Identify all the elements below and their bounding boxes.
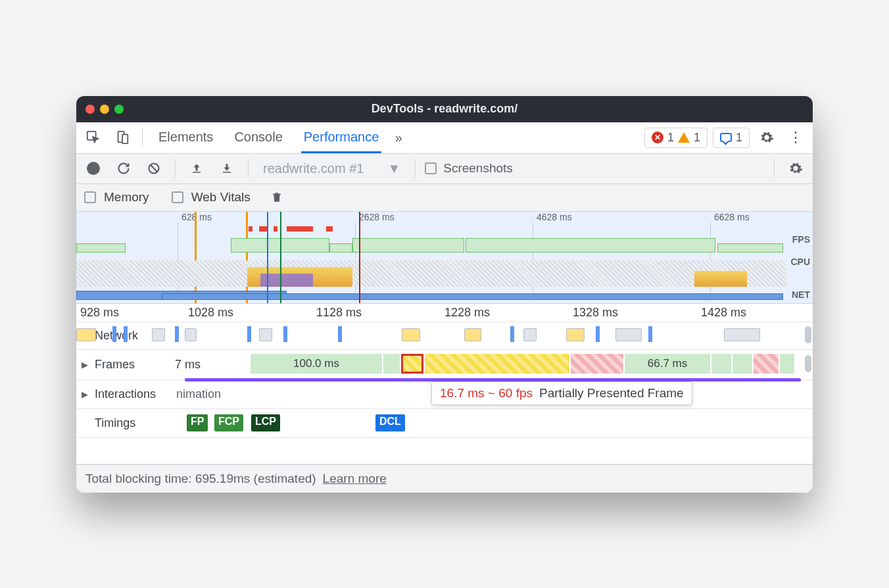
kebab-menu-icon[interactable]: ⋮	[784, 126, 807, 149]
frame-seg-green[interactable]: 66.7 ms	[625, 354, 710, 374]
capture-settings-icon[interactable]	[784, 157, 807, 180]
profile-select-value: readwrite.com #1	[263, 161, 364, 176]
main-tabbar: Elements Console Performance » ✕ 1 1 1 ⋮	[76, 122, 813, 154]
frame-seg-highlighted[interactable]	[401, 354, 423, 374]
performance-options: Memory Web Vitals	[76, 184, 813, 212]
svg-line-4	[151, 165, 157, 172]
tooltip-description: Partially Presented Frame	[539, 386, 684, 401]
timing-fcp[interactable]: FCP	[214, 414, 243, 431]
interactions-label: Interactions	[92, 387, 178, 401]
divider	[415, 159, 416, 178]
overview-tick: 2628 ms	[359, 212, 395, 222]
record-button[interactable]	[82, 157, 105, 180]
issues-counter[interactable]: 1	[713, 128, 750, 148]
ruler-tick: 1428 ms	[701, 306, 746, 320]
settings-icon[interactable]	[755, 126, 779, 149]
screenshots-checkbox[interactable]	[425, 162, 437, 174]
cpu-track-label: CPU	[790, 257, 810, 267]
frame-seg-yellow[interactable]	[425, 354, 569, 374]
frame-seg[interactable]	[711, 354, 731, 374]
screenshots-label: Screenshots	[443, 161, 513, 176]
timing-dcl[interactable]: DCL	[375, 414, 405, 431]
tab-performance[interactable]: Performance	[301, 123, 382, 153]
error-icon: ✕	[652, 132, 663, 143]
detail-ruler[interactable]: 928 ms 1028 ms 1128 ms 1228 ms 1328 ms 1…	[76, 304, 813, 322]
tab-console[interactable]: Console	[231, 123, 285, 153]
memory-label: Memory	[104, 190, 149, 205]
net-track-label: NET	[792, 289, 810, 300]
divider	[142, 128, 143, 147]
frame-seg[interactable]	[733, 354, 752, 374]
disclosure-icon[interactable]: ▶	[82, 389, 88, 399]
divider	[774, 159, 775, 178]
webvitals-label: Web Vitals	[191, 190, 251, 205]
save-profile-icon[interactable]	[215, 157, 239, 180]
scrollbar-thumb[interactable]	[805, 355, 811, 372]
ruler-tick: 1328 ms	[573, 306, 618, 320]
panel-tabs: Elements Console Performance	[156, 123, 381, 153]
issues-count: 1	[736, 131, 742, 145]
reload-record-button[interactable]	[112, 157, 135, 180]
profile-select[interactable]: readwrite.com #1 ▼	[258, 161, 406, 176]
performance-toolbar: readwrite.com #1 ▼ Screenshots	[76, 154, 813, 184]
overview-tick: 4628 ms	[537, 212, 572, 222]
clear-button[interactable]	[142, 157, 166, 180]
overview-tick: 6628 ms	[714, 212, 750, 222]
frame-tooltip: 16.7 ms ~ 60 fps Partially Presented Fra…	[431, 381, 692, 405]
divider	[175, 159, 176, 178]
frames-lane[interactable]: ▶ Frames 7 ms 100.0 ms 66.7 ms	[76, 350, 813, 380]
timings-lane[interactable]: ▶ Timings FP FCP LCP DCL	[76, 409, 813, 438]
error-warning-counter[interactable]: ✕ 1 1	[644, 128, 708, 148]
close-window-button[interactable]	[85, 105, 95, 114]
ruler-tick: 1228 ms	[445, 306, 490, 320]
gc-icon[interactable]	[265, 185, 289, 209]
footer-stats: Total blocking time: 695.19ms (estimated…	[76, 464, 813, 493]
ruler-tick: 1128 ms	[316, 306, 362, 320]
timing-lcp[interactable]: LCP	[251, 414, 280, 431]
titlebar[interactable]: DevTools - readwrite.com/	[76, 96, 813, 122]
chevron-down-icon: ▼	[387, 161, 400, 176]
animation-text: nimation	[176, 387, 221, 401]
overview-timeline[interactable]: 628 ms 2628 ms 4628 ms 6628 ms FPS CPU N…	[76, 212, 813, 304]
frame-seg-red[interactable]	[754, 354, 779, 374]
frame-seg[interactable]	[383, 354, 400, 374]
tooltip-metric: 16.7 ms ~ 60 fps	[440, 386, 533, 401]
devtools-window: DevTools - readwrite.com/ Elements Conso…	[76, 96, 813, 493]
network-lane[interactable]: ▶ Network	[76, 322, 813, 350]
blocking-time-text: Total blocking time: 695.19ms (estimated…	[85, 472, 316, 486]
memory-checkbox[interactable]	[84, 191, 96, 203]
divider	[248, 159, 249, 178]
ruler-tick: 1028 ms	[188, 306, 233, 320]
maximize-window-button[interactable]	[114, 105, 124, 114]
frame-seg-green[interactable]: 100.0 ms	[251, 354, 382, 374]
tab-elements[interactable]: Elements	[156, 123, 216, 153]
ruler-tick: 928 ms	[80, 306, 119, 320]
learn-more-link[interactable]: Learn more	[323, 472, 387, 486]
warning-icon	[678, 132, 690, 143]
traffic-lights	[85, 105, 124, 114]
warning-count: 1	[694, 131, 700, 145]
scrollbar-thumb[interactable]	[805, 326, 811, 343]
overview-range-handle-left[interactable]	[195, 212, 197, 303]
interactions-lane[interactable]: ▶ Interactions nimation 16.7 ms ~ 60 fps…	[76, 380, 813, 409]
load-profile-icon[interactable]	[185, 157, 208, 180]
window-title: DevTools - readwrite.com/	[76, 102, 813, 116]
frame-seg-red[interactable]	[571, 354, 623, 374]
svg-rect-5	[193, 172, 201, 173]
webvitals-checkbox[interactable]	[172, 191, 183, 203]
more-tabs-icon[interactable]: »	[387, 126, 410, 149]
svg-rect-2	[122, 134, 128, 143]
timing-fp[interactable]: FP	[187, 414, 208, 431]
issues-icon	[720, 133, 732, 142]
animation-bar[interactable]	[185, 378, 801, 381]
frame-seg[interactable]	[780, 354, 794, 374]
overview-range-handle-right[interactable]	[246, 212, 248, 303]
error-count: 1	[667, 131, 674, 145]
fps-track-label: FPS	[792, 234, 810, 245]
device-toggle-icon[interactable]	[110, 126, 134, 149]
svg-rect-6	[223, 172, 231, 173]
empty-area	[76, 438, 813, 464]
inspect-element-icon[interactable]	[82, 126, 105, 149]
minimize-window-button[interactable]	[100, 105, 109, 114]
